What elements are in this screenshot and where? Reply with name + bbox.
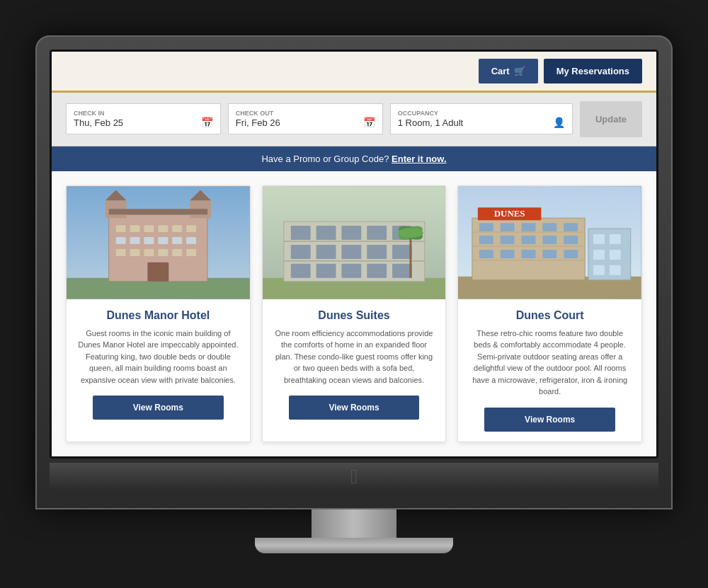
svg-rect-4 [130,225,140,232]
svg-rect-66 [564,236,578,244]
svg-rect-79 [593,265,605,275]
svg-rect-10 [130,237,140,244]
cart-button[interactable]: Cart 🛒 [479,59,538,83]
svg-text:DUNES: DUNES [494,208,525,219]
hotel-image-manor [67,186,250,299]
svg-rect-12 [158,237,168,244]
update-label: Update [595,114,627,125]
view-rooms-suites-button[interactable]: View Rooms [289,396,420,420]
svg-rect-32 [290,226,310,240]
svg-rect-40 [367,244,387,258]
occupancy-label: OCCUPANCY [398,110,565,117]
svg-rect-39 [341,244,361,258]
svg-point-50 [398,228,423,238]
svg-rect-19 [172,248,182,255]
svg-rect-26 [147,262,169,281]
search-bar: CHECK IN Thu, Feb 25 📅 CHECK OUT Fri, Fe… [52,93,656,146]
svg-rect-65 [543,236,557,244]
hotel-card-body-manor: Dunes Manor Hotel Guest rooms in the ico… [67,299,250,430]
hotel-card-manor: Dunes Manor Hotel Guest rooms in the ico… [66,185,251,442]
monitor-body: Cart 🛒 My Reservations CHECK IN Thu, Feb… [35,35,673,509]
hotel-image-suites [263,186,446,299]
reservations-button[interactable]: My Reservations [544,59,642,83]
svg-rect-69 [522,249,536,258]
svg-rect-63 [501,236,515,244]
hotel-desc-manor: Guest rooms in the iconic main building … [76,328,240,386]
promo-text: Have a Promo or Group Code? [261,154,389,164]
svg-rect-77 [593,249,605,259]
svg-rect-11 [144,237,154,244]
svg-rect-45 [367,263,387,277]
checkout-label: CHECK OUT [236,110,375,117]
hotel-card-body-suites: Dunes Suites One room efficiency accommo… [263,299,446,430]
hotel-name-manor: Dunes Manor Hotel [76,309,240,322]
occupancy-value: 1 Room, 1 Adult [398,117,464,128]
checkin-calendar-icon: 📅 [201,117,213,128]
svg-rect-33 [316,226,336,240]
occupancy-field[interactable]: OCCUPANCY 1 Room, 1 Adult 👤 [390,103,573,134]
hotel-name-court: Dunes Court [468,309,632,322]
svg-rect-5 [144,225,154,232]
hotel-desc-court: These retro-chic rooms feature two doubl… [468,328,632,398]
svg-rect-58 [501,223,515,231]
checkout-field[interactable]: CHECK OUT Fri, Feb 26 📅 [228,103,383,134]
checkin-field[interactable]: CHECK IN Thu, Feb 25 📅 [66,103,221,134]
checkout-calendar-icon: 📅 [363,117,375,128]
hotel-cards-container: Dunes Manor Hotel Guest rooms in the ico… [52,171,656,456]
svg-rect-57 [479,223,493,231]
reservations-label: My Reservations [556,66,629,76]
apple-logo:  [50,463,658,491]
svg-rect-75 [593,234,605,244]
promo-link[interactable]: Enter it now. [392,154,447,164]
svg-rect-64 [522,236,536,244]
svg-rect-78 [610,249,621,259]
promo-bar: Have a Promo or Group Code? Enter it now… [52,146,656,171]
svg-rect-80 [610,265,621,275]
svg-rect-61 [564,223,578,231]
svg-rect-37 [290,244,310,258]
svg-rect-6 [158,225,168,232]
svg-rect-42 [290,263,310,277]
view-rooms-manor-button[interactable]: View Rooms [93,396,224,420]
update-button[interactable]: Update [580,101,642,137]
monitor-screen: Cart 🛒 My Reservations CHECK IN Thu, Feb… [50,50,658,459]
svg-rect-18 [158,248,168,255]
svg-rect-34 [341,226,361,240]
svg-rect-71 [564,249,578,258]
svg-rect-14 [186,237,196,244]
svg-rect-15 [116,248,126,255]
svg-rect-62 [479,236,493,244]
checkin-value: Thu, Feb 25 [74,117,123,128]
svg-rect-7 [172,225,182,232]
svg-rect-13 [172,237,182,244]
svg-rect-67 [479,249,493,258]
svg-rect-25 [109,209,207,214]
site-header: Cart 🛒 My Reservations [52,52,656,93]
svg-rect-41 [392,244,412,258]
hotel-desc-suites: One room efficiency accommodations provi… [273,328,436,386]
checkout-value: Fri, Feb 26 [236,117,280,128]
hotel-card-body-court: Dunes Court These retro-chic rooms featu… [458,299,641,442]
cart-icon: 🛒 [514,66,525,76]
occupancy-icon: 👤 [553,117,565,128]
hotel-card-court: DUNES Dunes Court The [457,185,642,442]
svg-rect-46 [392,263,412,277]
svg-rect-9 [116,237,126,244]
hotel-image-court: DUNES [458,186,641,299]
svg-rect-60 [543,223,557,231]
view-rooms-court-button[interactable]: View Rooms [484,408,615,432]
monitor-stand-base [255,538,453,553]
svg-rect-35 [367,226,387,240]
hotel-card-suites: Dunes Suites One room efficiency accommo… [262,185,447,442]
svg-rect-43 [316,263,336,277]
svg-rect-20 [186,248,196,255]
hotel-name-suites: Dunes Suites [273,309,436,322]
svg-rect-8 [186,225,196,232]
svg-rect-38 [316,244,336,258]
svg-rect-76 [610,234,621,244]
promo-link-text: Enter it now. [392,154,447,164]
cart-label: Cart [491,66,510,76]
svg-rect-70 [543,249,557,258]
svg-rect-44 [341,263,361,277]
monitor-wrapper: Cart 🛒 My Reservations CHECK IN Thu, Feb… [35,35,673,553]
